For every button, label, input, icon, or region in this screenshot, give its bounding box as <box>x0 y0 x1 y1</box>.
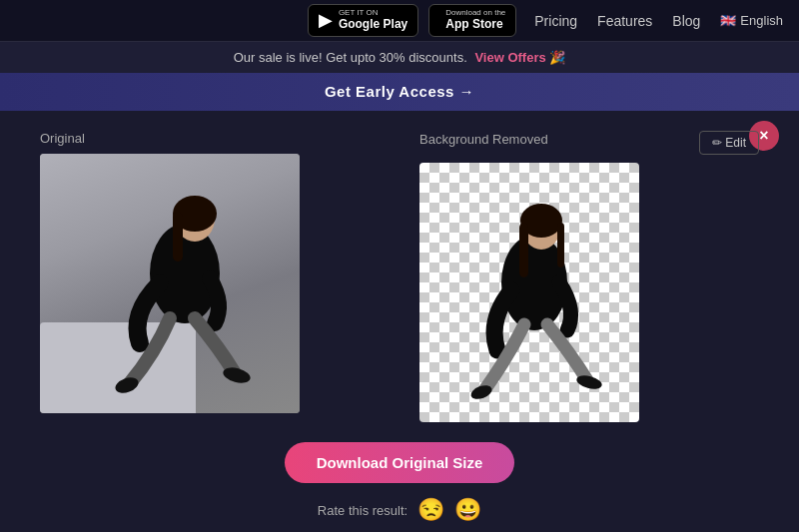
svg-rect-10 <box>557 223 564 267</box>
bg-removed-image <box>419 163 639 422</box>
google-play-big-text: Google Play <box>339 17 407 31</box>
happy-emoji-button[interactable]: 😀 <box>454 497 481 523</box>
person-figure-original <box>40 154 300 413</box>
early-access-button[interactable]: Get Early Access → <box>325 83 474 100</box>
svg-rect-9 <box>519 223 528 277</box>
panel-separator <box>380 131 419 422</box>
original-image <box>40 154 300 413</box>
promo-bar: Our sale is live! Get upto 30% discounts… <box>0 42 799 73</box>
google-play-icon: ▶ <box>319 9 333 31</box>
bg-removed-label: Background Removed <box>419 132 548 147</box>
nav-links: Pricing Features Blog 🇬🇧 English <box>534 13 783 29</box>
download-area: Download Original Size <box>40 442 759 483</box>
language-selector[interactable]: 🇬🇧 English <box>720 13 783 28</box>
svg-rect-3 <box>173 212 183 262</box>
nav-blog[interactable]: Blog <box>672 13 700 29</box>
nav-features[interactable]: Features <box>597 13 652 29</box>
edit-button[interactable]: ✏ Edit <box>699 131 759 155</box>
header: ▶ GET IT ON Google Play Download on the … <box>0 0 799 42</box>
app-store-big-text: App Store <box>445 17 505 31</box>
google-play-button[interactable]: ▶ GET IT ON Google Play <box>308 4 418 36</box>
main-content: × Original <box>0 111 799 532</box>
promo-text: Our sale is live! Get upto 30% discounts… <box>234 50 467 65</box>
google-play-small-text: GET IT ON <box>339 9 407 17</box>
early-access-bar: Get Early Access → <box>0 73 799 111</box>
app-store-small-text: Download on the <box>445 9 505 17</box>
original-panel: Original <box>40 131 380 422</box>
nav-pricing[interactable]: Pricing <box>534 13 577 29</box>
sad-emoji-button[interactable]: 😒 <box>417 497 444 523</box>
view-offers-link[interactable]: View Offers 🎉 <box>474 50 565 65</box>
download-button[interactable]: Download Original Size <box>285 442 515 483</box>
flag-icon: 🇬🇧 <box>720 13 736 28</box>
app-store-button[interactable]: Download on the App Store <box>428 4 516 36</box>
bg-removed-panel: Background Removed ✏ Edit <box>419 131 759 422</box>
rate-label: Rate this result: <box>318 503 407 518</box>
rate-area: Rate this result: 😒 😀 <box>40 497 759 523</box>
original-label: Original <box>40 131 380 146</box>
person-figure-removed <box>419 163 639 422</box>
comparison-area: Original <box>40 131 759 422</box>
right-panel-header: Background Removed ✏ Edit <box>419 131 759 155</box>
language-label: English <box>740 13 783 28</box>
